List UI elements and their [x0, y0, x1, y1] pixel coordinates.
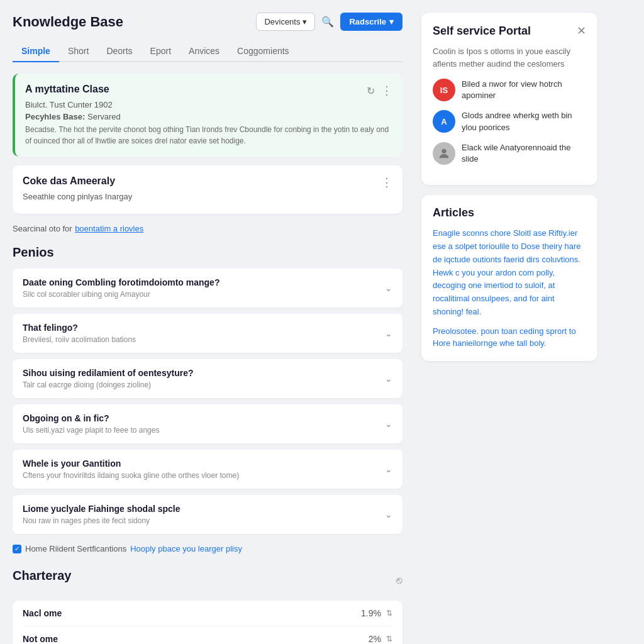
charteray-item-1: Not ome 2% ⇅: [23, 626, 392, 644]
portal-description: Coolin is Ipos s otloms in youe eascily …: [433, 45, 586, 70]
tab-short[interactable]: Short: [59, 41, 97, 62]
faq-item-3: Obgoing on & in fic? Uls seiti,yazi vage…: [13, 404, 402, 443]
portal-title: Self service Portal: [433, 25, 531, 38]
chevron-icon-4[interactable]: ⌄: [385, 464, 392, 474]
tab-coggomients[interactable]: Coggomients: [228, 41, 298, 62]
featured-card: A myttatine Clase ↻ ⋮ Biulct. Tust Cunte…: [13, 74, 402, 157]
faq-subtitle-2: Talr cal eacrge dioing (doinges zioline): [23, 380, 193, 389]
faq-item-4: Whele is your Gantition Cftens your fnov…: [13, 450, 402, 489]
featured-card-line2-value: Servared: [87, 112, 121, 121]
svg-point-0: [441, 148, 446, 153]
search-note-link[interactable]: boentatim a riovles: [75, 224, 143, 233]
portal-item-0: IS Biled a nwor for view hotrch apominer: [433, 79, 586, 101]
portal-item-1: A Glods andree wherkg weth bin ylou poor…: [433, 110, 586, 133]
tab-deorts[interactable]: Deorts: [97, 41, 141, 62]
search-note-prefix: Searcinal oto for: [13, 224, 72, 233]
bottom-note: ✓ Home Riident Sertficantions Hooply pba…: [13, 544, 402, 553]
chevron-icon-5[interactable]: ⌄: [385, 509, 392, 519]
faq-title-1: That felingo?: [23, 323, 136, 333]
header: Knowledge Base Devicents ▾ 🔍 Radscrile ▾: [13, 13, 402, 31]
charteray-item-value-0: 1.9%: [361, 608, 381, 618]
chevron-icon-1[interactable]: ⌄: [385, 328, 392, 338]
simple-card-subtitle: Seeathle cong pinlyas Inargay: [23, 192, 132, 201]
tab-eport[interactable]: Eport: [142, 41, 180, 62]
charteray-item-title-0: Nacl ome: [23, 608, 62, 618]
portal-item-text-0: Biled a nwor for view hotrch apominer: [462, 79, 586, 101]
faq-item-2: Sihou uising redilamient of oentesyture?…: [13, 359, 402, 398]
faq-title-5: Liome yuclyale Fiahinge shodal spcle: [23, 504, 180, 514]
articles-card: Articles Enagile sconns chore Sloitl ase…: [421, 195, 597, 361]
bottom-note-prefix: Home Riident Sertficantions: [25, 544, 126, 553]
tab-anvices[interactable]: Anvices: [180, 41, 228, 62]
avatar-0: IS: [433, 79, 455, 101]
articles-title: Articles: [433, 206, 586, 219]
chevron-icon-0[interactable]: ⌄: [385, 283, 392, 293]
primary-action-button[interactable]: Radscrile ▾: [340, 13, 402, 31]
featured-card-line1: Biulct. Tust Cunter 1902: [25, 100, 392, 109]
checkbox-icon[interactable]: ✓: [13, 545, 21, 553]
charteray-item-0: Nacl ome 1.9% ⇅: [23, 601, 392, 626]
chevron-icon-2[interactable]: ⌄: [385, 374, 392, 384]
penios-heading: Penios: [13, 245, 402, 260]
refresh-icon[interactable]: ↻: [367, 85, 375, 97]
faq-subtitle-3: Uls seiti,yazi vage plapit to feee to an…: [23, 426, 159, 435]
portal-item-2: Elack wile Anatyorennoaid the slide: [433, 142, 586, 165]
simple-card: Coke das Ameeraly Seeathle cong pinlyas …: [13, 165, 402, 214]
charteray-item-value-1: 2%: [369, 634, 381, 644]
charteray-section: Charteray ⎋ Nacl ome 1.9% ⇅ Not ome 2%: [13, 569, 402, 644]
close-portal-button[interactable]: ✕: [577, 24, 586, 38]
search-button[interactable]: 🔍: [321, 16, 334, 28]
faq-item-0: Daate oning Combling forotimdoiomto mang…: [13, 269, 402, 308]
main-panel: Knowledge Base Devicents ▾ 🔍 Radscrile ▾…: [0, 0, 415, 644]
faq-title-3: Obgoing on & in fic?: [23, 413, 159, 423]
faq-subtitle-5: Nou raw in nages phes ite fecit sidony: [23, 516, 180, 525]
sort-icon-0[interactable]: ⇅: [386, 609, 392, 618]
chevron-down-icon: ▾: [303, 17, 307, 26]
faq-subtitle-1: Breviiesl, roiiv acolimation bations: [23, 335, 136, 344]
page-title: Knowledge Base: [13, 14, 123, 30]
faq-title-4: Whele is your Gantition: [23, 458, 239, 469]
bottom-note-link[interactable]: Hooply pbace you learger plisy: [130, 544, 242, 553]
sort-icon-1[interactable]: ⇅: [386, 635, 392, 643]
articles-body: Enagile sconns chore Sloitl ase Riftiy.i…: [433, 227, 586, 319]
devicents-dropdown[interactable]: Devicents ▾: [256, 13, 315, 31]
featured-card-line2-label: Pecyhles Base:: [25, 112, 85, 121]
self-service-portal-card: Self service Portal ✕ Coolin is Ipos s o…: [421, 13, 597, 185]
avatar-1: A: [433, 110, 455, 133]
featured-card-title: A myttatine Clase: [25, 84, 109, 95]
right-panel: Self service Portal ✕ Coolin is Ipos s o…: [415, 0, 610, 644]
faq-title-2: Sihou uising redilamient of oentesyture?: [23, 368, 193, 378]
avatar-2: [433, 142, 455, 165]
faq-title-0: Daate oning Combling forotimdoiomto mang…: [23, 277, 219, 287]
portal-item-text-2: Elack wile Anatyorennoaid the slide: [462, 142, 586, 165]
tab-bar: Simple Short Deorts Eport Anvices Coggom…: [13, 41, 402, 62]
articles-link[interactable]: Preolosotee. poun toan ceding sprort to …: [433, 326, 576, 348]
simple-card-more-icon[interactable]: ⋮: [381, 175, 392, 189]
more-options-icon[interactable]: ⋮: [381, 84, 392, 97]
featured-card-description: Becadse. The hot the pervite chonot bog …: [25, 124, 392, 147]
chevron-down-icon: ▾: [389, 17, 394, 26]
portal-item-text-1: Glods andree wherkg weth bin ylou pooric…: [462, 110, 586, 133]
share-icon[interactable]: ⎋: [396, 575, 402, 586]
charteray-heading: Charteray: [13, 569, 71, 583]
dropdown-label: Devicents: [264, 17, 300, 26]
charteray-item-title-1: Not ome: [23, 634, 58, 644]
featured-card-line2: Pecyhles Base: Servared: [25, 112, 392, 121]
header-actions: Devicents ▾ 🔍 Radscrile ▾: [256, 13, 402, 31]
faq-subtitle-4: Cftens your fnoviriltds ildaing suoka gl…: [23, 471, 239, 480]
penios-section: Penios Daate oning Combling forotimdoiom…: [13, 245, 402, 534]
faq-item-1: That felingo? Breviiesl, roiiv acolimati…: [13, 314, 402, 353]
search-note: Searcinal oto for boentatim a riovles: [13, 223, 402, 234]
simple-card-title: Coke das Ameeraly: [23, 175, 132, 187]
faq-subtitle-0: Silc col scorabler uibing onig Amayour: [23, 290, 219, 299]
primary-btn-label: Radscrile: [349, 17, 386, 26]
search-icon: 🔍: [321, 16, 334, 27]
tab-simple[interactable]: Simple: [13, 41, 59, 62]
faq-item-5: Liome yuclyale Fiahinge shodal spcle Nou…: [13, 495, 402, 534]
chevron-icon-3[interactable]: ⌄: [385, 419, 392, 429]
